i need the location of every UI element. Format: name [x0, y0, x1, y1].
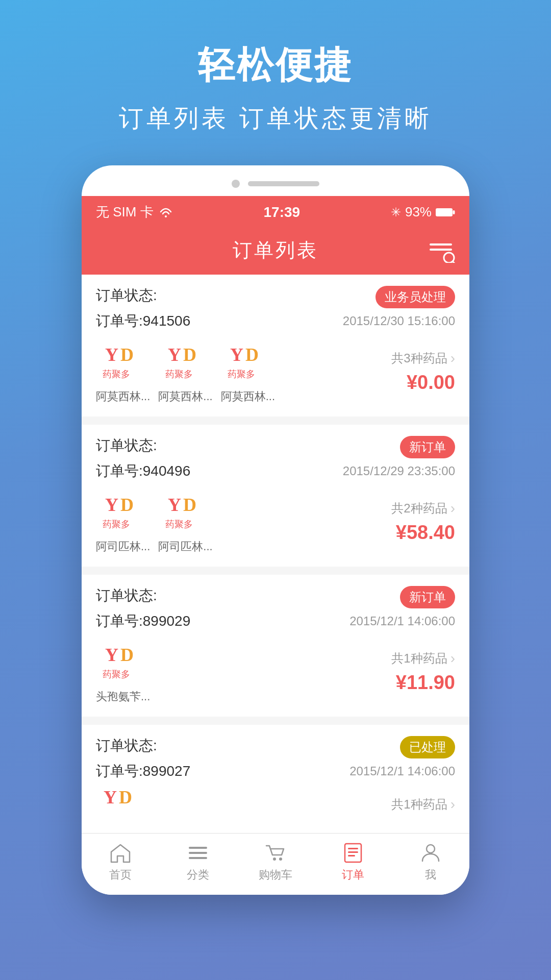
svg-text:D: D [183, 495, 196, 515]
order-badge-3: 新订单 [400, 586, 455, 608]
svg-text:Y: Y [105, 345, 118, 365]
order-right-1: 共3种药品 › ¥0.00 [353, 350, 455, 394]
tab-bar: 首页 分类 购物车 订单 [82, 833, 469, 895]
tab-cart-label: 购物车 [259, 867, 292, 883]
tab-category[interactable]: 分类 [159, 843, 237, 883]
order-right-4: 共1种药品 › [353, 796, 455, 813]
svg-rect-35 [348, 855, 355, 856]
order-right-3: 共1种药品 › ¥11.90 [353, 650, 455, 694]
order-products-4: Y D 共1种药品 › [96, 789, 455, 820]
status-right: ✳ 93% [391, 204, 455, 220]
svg-text:D: D [119, 789, 132, 807]
svg-text:药聚多: 药聚多 [228, 369, 255, 379]
cart-icon [264, 843, 287, 863]
profile-icon [419, 843, 442, 863]
sim-status: 无 SIM 卡 [96, 203, 154, 221]
product-item-1-3: Y D 药聚多 阿莫西林... [221, 339, 275, 404]
svg-rect-2 [453, 210, 455, 214]
product-logo-3-1: Y D 药聚多 [97, 639, 148, 685]
product-items-4: Y D [96, 789, 343, 820]
product-logo-1-3: Y D 药聚多 [222, 339, 273, 385]
status-bar: 无 SIM 卡 17:39 ✳ 93% [82, 196, 469, 228]
tab-orders[interactable]: 订单 [314, 843, 392, 883]
svg-text:Y: Y [104, 789, 117, 807]
tab-home[interactable]: 首页 [82, 843, 159, 883]
svg-point-0 [165, 215, 167, 217]
tab-category-label: 分类 [187, 867, 209, 883]
tab-cart[interactable]: 购物车 [237, 843, 314, 883]
order-price-1: ¥0.00 [407, 372, 455, 394]
product-items-3: Y D 药聚多 头孢氨苄... [96, 639, 343, 704]
product-count-4: 共1种药品 › [391, 796, 455, 813]
order-price-3: ¥11.90 [396, 672, 455, 694]
svg-rect-1 [436, 208, 453, 216]
tab-profile[interactable]: 我 [392, 843, 469, 883]
product-logo-2-2: Y D 药聚多 [160, 489, 211, 535]
svg-rect-27 [189, 847, 207, 849]
order-header-1: 订单状态: 业务员处理 [96, 286, 455, 308]
order-products-2: Y D 药聚多 阿司匹林... Y D 药聚多 [96, 489, 455, 554]
status-left: 无 SIM 卡 [96, 203, 173, 221]
svg-text:Y: Y [105, 495, 118, 515]
product-name-1-2: 阿莫西林... [158, 389, 212, 404]
svg-point-30 [273, 857, 276, 861]
status-time: 17:39 [264, 204, 300, 220]
order-card-1[interactable]: 订单状态: 业务员处理 订单号:941506 2015/12/30 15:16:… [82, 275, 469, 416]
product-item-4-1: Y D [96, 789, 147, 820]
svg-text:D: D [120, 495, 134, 515]
phone-speaker [248, 181, 319, 186]
order-number-row-3: 订单号:899029 2015/12/1 14:06:00 [96, 611, 455, 631]
hero-section: 轻松便捷 订单列表 订单状态更清晰 [0, 0, 551, 165]
svg-rect-28 [189, 852, 207, 854]
svg-text:药聚多: 药聚多 [165, 519, 193, 529]
product-item-1-1: Y D 药聚多 阿莫西林... [96, 339, 150, 404]
hero-subtitle: 订单列表 订单状态更清晰 [20, 102, 531, 135]
product-item-1-2: Y D 药聚多 阿莫西林... [158, 339, 212, 404]
order-number-row-4: 订单号:899027 2015/12/1 14:06:00 [96, 762, 455, 781]
phone-camera [232, 180, 240, 188]
order-status-label-3: 订单状态: [96, 586, 157, 605]
svg-point-36 [427, 845, 435, 853]
order-date-2: 2015/12/29 23:35:00 [343, 464, 455, 478]
order-number-4: 订单号:899027 [96, 762, 190, 781]
product-items-2: Y D 药聚多 阿司匹林... Y D 药聚多 [96, 489, 343, 554]
order-date-4: 2015/12/1 14:06:00 [349, 764, 455, 778]
product-count-1: 共3种药品 › [391, 350, 455, 366]
order-status-label-1: 订单状态: [96, 286, 157, 305]
svg-rect-33 [348, 848, 358, 849]
svg-text:Y: Y [168, 345, 181, 365]
order-card-4[interactable]: 订单状态: 已处理 订单号:899027 2015/12/1 14:06:00 … [82, 725, 469, 825]
svg-rect-34 [348, 851, 358, 853]
order-number-row-2: 订单号:940496 2015/12/29 23:35:00 [96, 461, 455, 481]
product-name-2-1: 阿司匹林... [96, 539, 150, 554]
product-logo-2-1: Y D 药聚多 [97, 489, 148, 535]
product-count-3: 共1种药品 › [391, 650, 455, 667]
svg-text:D: D [120, 345, 134, 365]
svg-text:D: D [183, 345, 196, 365]
svg-rect-29 [189, 857, 207, 859]
navigation-bar: 订单列表 [82, 228, 469, 275]
order-card-3[interactable]: 订单状态: 新订单 订单号:899029 2015/12/1 14:06:00 … [82, 575, 469, 717]
order-status-label-4: 订单状态: [96, 736, 157, 755]
svg-text:D: D [245, 345, 259, 365]
tab-profile-label: 我 [425, 867, 436, 883]
svg-text:药聚多: 药聚多 [103, 519, 130, 529]
phone-frame: 无 SIM 卡 17:39 ✳ 93% 订单列表 [82, 165, 469, 895]
product-item-2-1: Y D 药聚多 阿司匹林... [96, 489, 150, 554]
order-status-label-2: 订单状态: [96, 436, 157, 455]
order-list: 订单状态: 业务员处理 订单号:941506 2015/12/30 15:16:… [82, 275, 469, 825]
svg-text:Y: Y [105, 645, 118, 665]
order-date-3: 2015/12/1 14:06:00 [349, 614, 455, 628]
order-card-2[interactable]: 订单状态: 新订单 订单号:940496 2015/12/29 23:35:00… [82, 425, 469, 567]
order-badge-4: 已处理 [400, 736, 455, 758]
orders-icon [342, 843, 364, 863]
svg-text:药聚多: 药聚多 [165, 369, 193, 379]
order-number-3: 订单号:899029 [96, 611, 190, 631]
order-products-1: Y D 药聚多 阿莫西林... Y D 药聚多 [96, 339, 455, 404]
svg-text:Y: Y [230, 345, 243, 365]
filter-search-button[interactable] [429, 240, 456, 263]
order-products-3: Y D 药聚多 头孢氨苄... 共1种药品 › ¥11.90 [96, 639, 455, 704]
order-header-4: 订单状态: 已处理 [96, 736, 455, 758]
svg-text:Y: Y [168, 495, 181, 515]
product-name-1-1: 阿莫西林... [96, 389, 150, 404]
